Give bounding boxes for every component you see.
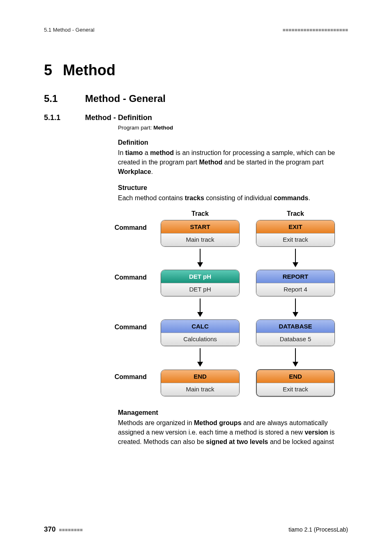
arrow-down-icon [293,348,298,367]
method-structure-diagram: Track Track Command STARTMain track EXIT… [85,210,348,397]
node-exit: EXITExit track [256,220,335,247]
node-top: CALC [161,320,239,333]
node-bot: Exit track [256,233,334,246]
program-part-name: Method [153,125,173,131]
row-label-command: Command [85,220,157,231]
node-top: START [161,220,239,233]
node-bot: Main track [161,233,239,246]
t: tiamo [125,149,143,156]
subsection-heading: 5.1.1Method - Definition [44,113,348,122]
arrow-down-icon [293,298,298,317]
t: . [151,168,153,175]
t: commands [274,194,308,201]
structure-heading: Structure [118,184,348,192]
program-part-line: Program part: Method [118,125,348,131]
node-top: EXIT [256,220,334,233]
structure-paragraph: Each method contains tracks consisting o… [118,193,348,203]
t: and be locked against [268,438,334,445]
node-database: DATABASEDatabase 5 [256,319,335,346]
node-top: DATABASE [256,320,334,333]
node-top: END [161,370,239,383]
node-top: REPORT [256,270,334,283]
node-calc: CALCCalculations [161,319,240,346]
arrow-down-icon [197,348,203,367]
node-top: DET pH [161,270,239,283]
t: signed at two levels [206,438,268,445]
program-part-prefix: Program part: [118,125,153,131]
node-bot: Exit track [257,383,334,396]
node-bot: Database 5 [256,333,334,346]
track-label-right: Track [252,210,339,217]
t: Each method contains [118,194,185,201]
node-bot: Report 4 [256,283,334,296]
node-start: STARTMain track [161,220,240,247]
page-number: 370 [44,525,55,533]
t: a [143,149,150,156]
row-label-command: Command [85,369,157,381]
t: Method groups [194,419,242,426]
t: method [150,149,174,156]
track-label-left: Track [157,210,244,217]
arrow-down-icon [197,249,203,267]
subsection-title: Method - Definition [85,113,152,122]
node-bot: Calculations [161,333,239,346]
chapter-heading: 5Method [44,62,348,79]
chapter-title: Method [63,62,115,79]
t: Method [199,159,222,166]
footer-right: tiamo 2.1 (ProcessLab) [288,526,348,533]
t: Workplace [118,168,151,175]
footer-dashes: ■■■■■■■■ [59,527,83,533]
t: consisting of individual [204,194,274,201]
arrow-down-icon [293,249,298,267]
node-bot: DET pH [161,283,239,296]
section-heading: 5.1Method - General [44,93,348,104]
node-detph: DET pHDET pH [161,270,240,296]
t: Methods are organized in [118,419,194,426]
t: and be started in the program part [222,159,323,166]
chapter-number: 5 [44,62,52,79]
section-number: 5.1 [44,93,85,104]
footer-left: 370 ■■■■■■■■ [44,525,83,534]
row-label-command: Command [85,270,157,281]
node-bot: Main track [161,383,239,396]
arrow-down-icon [197,298,203,317]
node-report: REPORTReport 4 [256,270,335,296]
node-end-left: ENDMain track [161,370,240,396]
node-end-right: ENDExit track [256,369,335,397]
subsection-number: 5.1.1 [44,113,85,122]
running-header-left: 5.1 Method - General [44,27,95,33]
definition-paragraph: In tiamo a method is an instruction for … [118,148,348,177]
header-dashes: ■■■■■■■■■■■■■■■■■■■■■■ [283,27,348,33]
t: In [118,149,125,156]
section-title: Method - General [85,93,166,104]
management-paragraph: Methods are organized in Method groups a… [118,418,348,447]
t: tracks [185,194,204,201]
definition-heading: Definition [118,139,348,146]
t: . [308,194,310,201]
node-top: END [257,370,334,383]
management-heading: Management [118,409,348,416]
row-label-command: Command [85,319,157,331]
t: version [304,429,328,436]
